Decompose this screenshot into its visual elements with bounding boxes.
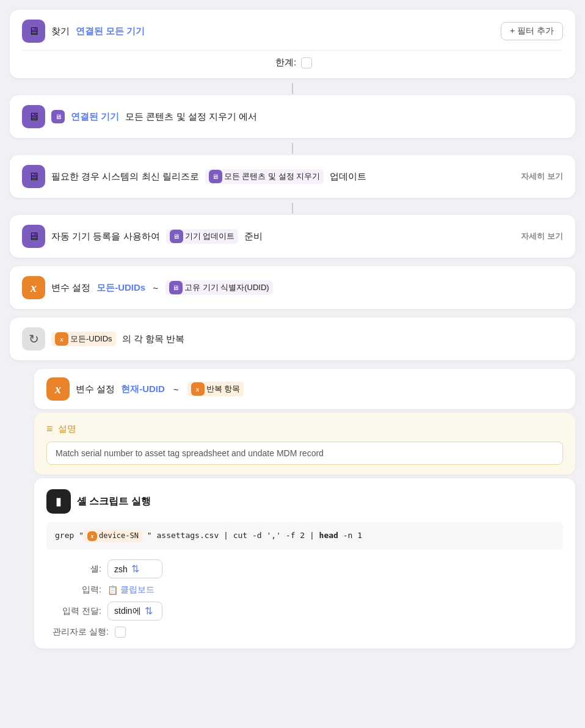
shell-code-block: grep "x device-SN " assettags.csv | cut … xyxy=(46,522,563,550)
input-label: 입력: xyxy=(53,584,101,595)
var-icon-7: x xyxy=(46,377,70,401)
admin-field-row: 관리자로 실행: xyxy=(53,627,563,638)
transfer-select[interactable]: stdin에 ⇅ xyxy=(107,602,162,621)
device-sn-tag: x device-SN xyxy=(84,530,142,542)
device-icon-4: 🖥 xyxy=(22,225,45,248)
update-suffix: 업데이트 xyxy=(330,171,366,183)
transfer-field-row: 입력 전달: stdin에 ⇅ xyxy=(53,602,563,621)
prepare-detail-link[interactable]: 자세히 보기 xyxy=(521,231,563,242)
shell-header: ▮ 셸 스크립트 실행 xyxy=(46,489,563,514)
variable-udid-card: x 변수 설정 모든-UDIDs ~ 🖥 고유 기기 식별자(UDID) xyxy=(10,266,575,309)
add-filter-button[interactable]: + 필터 추가 xyxy=(501,22,563,40)
variable-current-udid-card: x 변수 설정 현재-UDID ~ x 반복 항목 xyxy=(34,369,575,409)
find-link[interactable]: 연결된 모든 기기 xyxy=(76,26,145,37)
update-card: 🖥 필요한 경우 시스템의 최신 릴리즈로 🖥 모든 콘텐츠 및 설정 지우기 … xyxy=(10,155,575,198)
var-prefix-5: 변수 설정 xyxy=(51,282,90,294)
device-link-2[interactable]: 연결된 기기 xyxy=(71,111,119,123)
update-detail-link[interactable]: 자세히 보기 xyxy=(521,171,563,182)
var-tilde-7: ~ xyxy=(173,384,179,395)
connector-2 xyxy=(10,143,575,154)
repeat-var-icon: x xyxy=(55,332,68,346)
shell-label: 셸: xyxy=(53,564,101,575)
device-icon-3: 🖥 xyxy=(22,165,45,188)
admin-checkbox[interactable] xyxy=(115,627,126,638)
clipboard-icon: 📋 xyxy=(107,585,118,595)
comment-icon: ≡ xyxy=(46,423,53,435)
repeat-card: ↻ x 모든-UDIDs 의 각 항목 반복 xyxy=(10,318,575,360)
var-prefix-7: 변수 설정 xyxy=(76,384,115,395)
shell-select[interactable]: zsh ⇅ xyxy=(107,559,162,578)
repeat-suffix: 의 각 항목 반복 xyxy=(122,333,185,345)
input-field-row: 입력: 📋 클립보드 xyxy=(53,584,563,595)
shell-value: zsh xyxy=(114,564,128,574)
connector-line-2 xyxy=(292,143,293,154)
var-name-7[interactable]: 현재-UDID xyxy=(121,384,165,395)
device-action-2: 모든 콘텐츠 및 설정 지우기 에서 xyxy=(125,111,257,123)
prepare-suffix: 준비 xyxy=(244,231,263,242)
admin-label: 관리자로 실행: xyxy=(53,627,109,638)
update-tag-icon: 🖥 xyxy=(209,170,222,183)
clipboard-value: 클립보드 xyxy=(120,584,154,595)
shell-fields: 셸: zsh ⇅ 입력: 📋 클립보드 입력 전달: stdin에 ⇅ xyxy=(46,559,563,638)
device-icon-2: 🖥 xyxy=(22,105,45,128)
connected-device-card: 🖥 🖥 연결된 기기 모든 콘텐츠 및 설정 지우기 에서 xyxy=(10,95,575,138)
shell-title: 셸 스크립트 실행 xyxy=(77,495,151,508)
var-tag-icon-5: 🖥 xyxy=(169,281,183,294)
update-prefix: 필요한 경우 시스템의 최신 릴리즈로 xyxy=(51,171,199,183)
comment-header: ≡ 설명 xyxy=(46,423,563,435)
connector-line-3 xyxy=(292,203,293,214)
comment-text: Match serial number to asset tag spreads… xyxy=(56,448,324,458)
find-icon: 🖥 xyxy=(22,20,45,43)
device-tag-icon-2: 🖥 xyxy=(51,110,65,123)
find-card: 🖥 찾기 연결된 모든 기기 + 필터 추가 한계: xyxy=(10,10,575,78)
var-tilde-5: ~ xyxy=(153,283,158,293)
shell-field-row: 셸: zsh ⇅ xyxy=(53,559,563,578)
transfer-value: stdin에 xyxy=(114,606,141,617)
shell-icon: ▮ xyxy=(46,489,71,514)
connector-1 xyxy=(10,83,575,94)
var-tag-5: 🖥 고유 기기 식별자(UDID) xyxy=(165,280,273,295)
shell-select-arrow: ⇅ xyxy=(131,563,139,575)
connector-line-1 xyxy=(292,83,293,94)
workflow-container: 🖥 찾기 연결된 모든 기기 + 필터 추가 한계: 🖥 🖥 연결된 기기 모든… xyxy=(10,10,575,652)
limit-checkbox[interactable] xyxy=(301,57,312,68)
find-label: 찾기 xyxy=(51,26,70,37)
var-tag-7: x 반복 항목 xyxy=(187,382,244,396)
limit-label: 한계: xyxy=(275,57,296,68)
update-tag: 🖥 모든 콘텐츠 및 설정 지우기 xyxy=(205,169,324,184)
var-tag-icon-7: x xyxy=(191,382,205,396)
transfer-select-arrow: ⇅ xyxy=(145,605,153,617)
prepare-card: 🖥 자동 기기 등록을 사용하여 🖥 기기 업데이트 준비 자세히 보기 xyxy=(10,215,575,258)
transfer-label: 입력 전달: xyxy=(53,606,101,617)
comment-label: 설명 xyxy=(58,423,76,435)
prepare-tag-icon: 🖥 xyxy=(170,230,183,243)
clipboard-button[interactable]: 📋 클립보드 xyxy=(107,584,154,595)
comment-body: Match serial number to asset tag spreads… xyxy=(46,442,563,465)
repeat-icon: ↻ xyxy=(22,327,45,351)
device-sn-icon: x xyxy=(87,531,97,541)
var-icon-5: x xyxy=(22,276,45,299)
prepare-prefix: 자동 기기 등록을 사용하여 xyxy=(51,231,160,242)
comment-card: ≡ 설명 Match serial number to asset tag sp… xyxy=(34,413,575,475)
prepare-tag: 🖥 기기 업데이트 xyxy=(166,229,239,244)
connector-3 xyxy=(10,203,575,214)
repeat-var-tag: x 모든-UDIDs xyxy=(51,332,116,346)
var-name-5[interactable]: 모든-UDIDs xyxy=(96,282,145,294)
shell-card: ▮ 셸 스크립트 실행 grep "x device-SN " assettag… xyxy=(34,478,575,649)
